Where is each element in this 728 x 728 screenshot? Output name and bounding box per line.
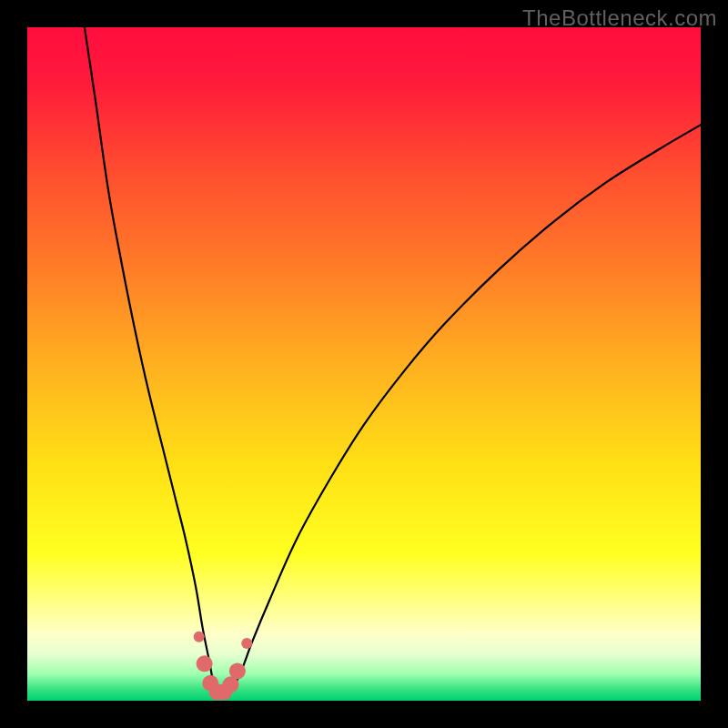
valley-marker (241, 638, 252, 649)
chart-background (27, 27, 701, 701)
valley-marker (229, 662, 246, 679)
chart-svg (27, 27, 701, 701)
chart-plot-area (27, 27, 701, 701)
chart-frame: TheBottleneck.com (0, 0, 728, 728)
valley-marker (197, 655, 213, 672)
valley-marker (194, 632, 205, 642)
